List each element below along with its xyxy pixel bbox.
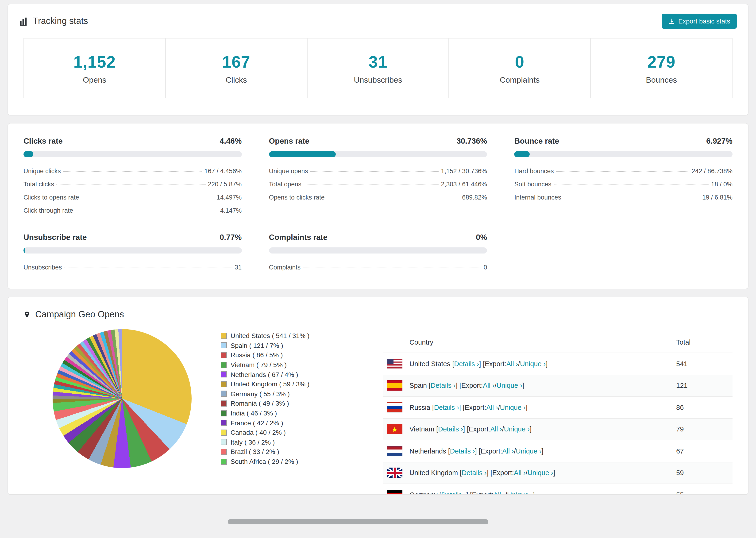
total-cell: 79 <box>676 426 727 433</box>
legend-label: France ( 42 / 2% ) <box>231 419 283 426</box>
rate-progress-bar <box>269 247 487 253</box>
legend-item: Romania ( 49 / 3% ) <box>221 399 383 408</box>
export-all-link[interactable]: All › <box>494 491 505 495</box>
legend-item: France ( 42 / 2% ) <box>221 418 383 428</box>
summary-stat-value: 31 <box>307 53 449 71</box>
rate-detail-value: 689.82% <box>462 194 487 201</box>
details-link[interactable]: Details › <box>438 426 463 433</box>
export-unique-link[interactable]: Unique › <box>497 382 522 389</box>
rate-detail-label: Hard bounces <box>514 167 554 174</box>
export-label: ] [Export: <box>456 382 483 389</box>
export-basic-stats-button[interactable]: Export basic stats <box>661 14 737 28</box>
rate-detail-label: Total opens <box>269 181 301 188</box>
export-all-link[interactable]: All › <box>514 469 526 477</box>
dotted-leader <box>554 184 709 185</box>
rate-detail-label: Click through rate <box>24 207 73 214</box>
country-flag-icon <box>387 359 403 369</box>
rate-detail-value: 0 <box>484 264 487 271</box>
rate-progress-bar <box>514 151 732 157</box>
country-cell: Netherlands [ Details › ] [Export: All ›… <box>409 447 676 455</box>
rate-title: Unsubscribe rate <box>24 233 87 242</box>
legend-color-swatch <box>221 362 227 368</box>
rate-progress-bar-fill <box>514 151 529 157</box>
rates-card: Clicks rate 4.46% Unique clicks 167 / 4.… <box>8 123 748 289</box>
rate-detail-row: Opens to clicks rate 689.82% <box>269 190 487 204</box>
details-link[interactable]: Details › <box>441 491 466 495</box>
slash-separator: / <box>526 469 527 477</box>
legend-color-swatch <box>221 381 227 387</box>
export-unique-link[interactable]: Unique › <box>527 469 553 477</box>
legend-color-swatch <box>221 410 227 416</box>
rate-header: Opens rate 30.736% <box>269 136 487 145</box>
summary-stat-value: 279 <box>591 53 732 71</box>
geo-opens-card: Campaign Geo Opens United States ( 541 /… <box>8 297 748 495</box>
export-all-link[interactable]: All › <box>502 447 514 455</box>
total-column-header: Total <box>676 339 727 346</box>
rate-header: Complaints rate 0% <box>269 233 487 242</box>
horizontal-scrollbar-thumb[interactable] <box>228 519 488 524</box>
export-unique-link[interactable]: Unique › <box>507 491 533 495</box>
bar-chart-icon <box>19 17 28 26</box>
rate-progress-bar <box>269 151 487 157</box>
details-link[interactable]: Details › <box>461 469 486 477</box>
summary-stat: 167 Clicks <box>166 38 307 98</box>
geo-opens-title: Campaign Geo Opens <box>24 309 124 320</box>
summary-stat-value: 1,152 <box>24 53 165 71</box>
geo-table-row: Vietnam [ Details › ] [Export: All › / U… <box>383 418 732 440</box>
total-cell: 55 <box>676 491 727 495</box>
geo-table-row: United States [ Details › ] [Export: All… <box>383 352 732 374</box>
country-name: Netherlands <box>409 447 446 455</box>
export-unique-link[interactable]: Unique › <box>504 426 530 433</box>
total-cell: 541 <box>676 360 727 368</box>
bracket-open: [ <box>460 469 461 477</box>
dotted-leader <box>564 197 700 198</box>
rate-detail-label: Opens to clicks rate <box>269 194 324 201</box>
rate-detail-label: Clicks to opens rate <box>24 194 79 201</box>
bracket-open: [ <box>439 491 441 495</box>
export-all-link[interactable]: All › <box>486 404 498 411</box>
geo-table-row: Russia [ Details › ] [Export: All › / Un… <box>383 396 732 418</box>
dotted-leader <box>556 171 689 172</box>
details-link[interactable]: Details › <box>431 382 456 389</box>
country-cell: Vietnam [ Details › ] [Export: All › / U… <box>409 426 676 433</box>
geo-table-body: United States [ Details › ] [Export: All… <box>383 352 732 495</box>
bracket-close: ] <box>542 447 544 455</box>
export-all-link[interactable]: All › <box>483 382 495 389</box>
legend-label: Romania ( 49 / 3% ) <box>231 400 289 407</box>
total-cell: 67 <box>676 447 727 455</box>
rate-header: Clicks rate 4.46% <box>24 136 242 145</box>
dotted-leader <box>310 171 439 172</box>
export-unique-link[interactable]: Unique › <box>516 447 542 455</box>
rate-progress-bar-fill <box>24 151 33 157</box>
details-link[interactable]: Details › <box>434 404 459 411</box>
country-flag-icon <box>387 424 403 435</box>
geo-opens-header: Campaign Geo Opens <box>24 309 732 320</box>
export-unique-link[interactable]: Unique › <box>500 404 526 411</box>
legend-label: South Africa ( 29 / 2% ) <box>231 458 298 465</box>
summary-stat-label: Unsubscribes <box>307 76 449 85</box>
summary-stat-value: 0 <box>449 53 590 71</box>
legend-label: Vietnam ( 79 / 5% ) <box>231 361 287 368</box>
legend-item: Vietnam ( 79 / 5% ) <box>221 360 383 370</box>
legend-item: Spain ( 121 / 7% ) <box>221 341 383 350</box>
country-name: Vietnam <box>409 426 434 433</box>
export-unique-link[interactable]: Unique › <box>520 360 546 368</box>
country-flag-icon <box>387 402 403 413</box>
legend-label: India ( 46 / 3% ) <box>231 409 277 417</box>
rate-detail-row: Total opens 2,303 / 61.446% <box>269 178 487 190</box>
bracket-close: ] <box>526 404 527 411</box>
rate-detail-rows: Unique clicks 167 / 4.456% Total clicks … <box>24 164 242 217</box>
export-all-link[interactable]: All › <box>507 360 518 368</box>
rate-detail-label: Soft bounces <box>514 181 552 188</box>
export-all-link[interactable]: All › <box>490 426 502 433</box>
bracket-close: ] <box>530 426 531 433</box>
bracket-close: ] <box>522 382 524 389</box>
rate-detail-value: 220 / 5.87% <box>208 181 242 188</box>
details-link[interactable]: Details › <box>450 447 475 455</box>
rate-title: Bounce rate <box>514 136 559 145</box>
legend-label: Italy ( 36 / 2% ) <box>231 439 275 446</box>
legend-color-swatch <box>221 391 227 397</box>
rate-title: Opens rate <box>269 136 309 145</box>
rate-value: 6.927% <box>706 136 732 145</box>
details-link[interactable]: Details › <box>454 360 479 368</box>
